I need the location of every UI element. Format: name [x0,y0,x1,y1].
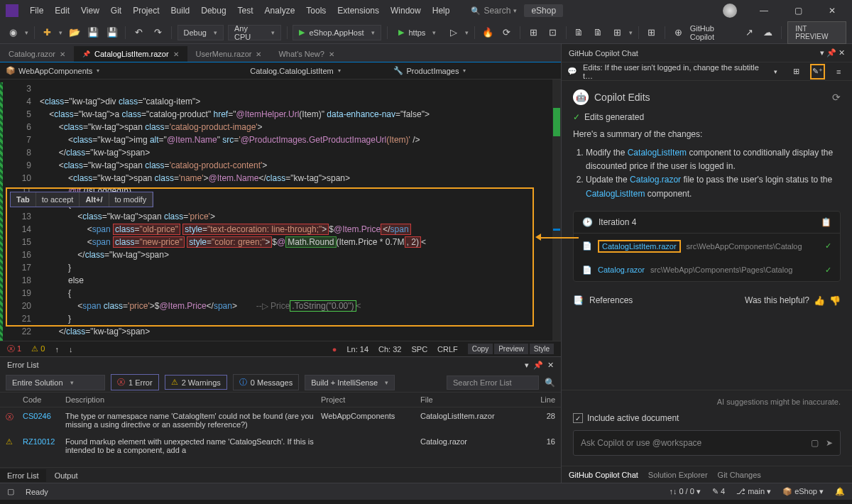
scope-dropdown[interactable]: Entire Solution [6,375,105,390]
breadcrumb-member[interactable]: 🔧 ProductImages [393,66,466,75]
code-editor[interactable]: 345678910111213141516171819202122232425 … [0,80,561,341]
comment-button[interactable]: ⊡ [545,25,560,40]
menu-edit[interactable]: Edit [49,3,75,18]
menu-project[interactable]: Project [127,3,165,18]
maximize-button[interactable]: ▢ [784,2,812,19]
close-icon[interactable]: ✕ [329,50,334,58]
style-button[interactable]: Style [530,344,554,354]
menu-git[interactable]: Git [105,3,127,18]
send-icon[interactable]: ➤ [826,438,833,448]
panel-close-icon[interactable]: ✕ [547,361,554,370]
error-search-input[interactable]: Search Error List [447,376,539,390]
list-icon[interactable]: ≡ [831,64,846,80]
undo-button[interactable]: ↶ [131,25,146,40]
startup-dropdown[interactable]: ▶eShop.AppHost [293,25,381,40]
include-document-checkbox[interactable]: ✓Include active document [573,413,841,423]
share-button[interactable]: ↗ [742,25,757,40]
panel-pin-icon[interactable]: 📌 [533,361,543,370]
menu-analyze[interactable]: Analyze [259,3,301,18]
bottom-tab-output[interactable]: Output [48,469,85,482]
nav-up-icon[interactable]: ↑ [55,345,59,354]
copilot-label[interactable]: GitHub Copilot [690,24,738,41]
save-button[interactable]: 💾 [86,25,101,40]
side-tab-solution-explorer[interactable]: Solution Explorer [648,471,708,479]
close-icon[interactable]: ✕ [173,50,179,58]
tab-what-s-new-[interactable]: What's New?✕ [270,46,342,62]
format-button[interactable]: ⊞ [526,25,541,40]
file-button[interactable]: 🗎 [572,25,587,40]
menu-test[interactable]: Test [232,3,259,18]
grid-button[interactable]: ⊞ [610,25,625,40]
nav-down-icon[interactable]: ↓ [69,345,73,354]
user-avatar[interactable] [723,4,737,18]
browser-refresh-button[interactable]: ⟳ [500,25,515,40]
references-icon[interactable]: 📑 [573,295,584,305]
tab-cataloglistitem-razor[interactable]: 📌CatalogListItem.razor✕ [74,46,187,62]
new-item-button[interactable]: ✚ [40,25,55,40]
tab-usermenu-razor[interactable]: UserMenu.razor✕ [187,46,271,62]
config-dropdown[interactable]: Debug [178,25,224,40]
breadcrumb-project[interactable]: 📦 WebAppComponents [6,66,99,75]
thumbs-up-icon[interactable]: 👍 [814,295,825,306]
copilot-prompt-input[interactable]: Ask Copilot or use @workspace ▢ ➤ [573,430,841,456]
tab-catalog-razor[interactable]: Catalog.razor✕ [0,46,74,62]
hot-reload-button[interactable]: 🔥 [481,25,496,40]
error-row[interactable]: ⚠RZ10012Found markup element with unexpe… [0,433,561,459]
save-all-button[interactable]: 💾 [105,25,120,40]
error-count-icon[interactable]: ⓧ 1 [7,344,21,354]
copilot-edits-toggle-icon[interactable]: ✎⁺ [810,64,826,80]
iteration-file[interactable]: 📄Catalog.razor src\WebApp\Components\Pag… [574,259,840,281]
menu-window[interactable]: Window [385,3,427,18]
platform-dropdown[interactable]: Any CPU [228,25,281,40]
preview-button[interactable]: Preview [494,344,528,354]
error-row[interactable]: ⓧCS0246The type or namespace name 'Catal… [0,407,561,433]
errors-filter[interactable]: ⓧ1 Error [111,374,159,390]
debug-target-button[interactable]: ▷ [446,25,461,40]
inline-suggestion-hint[interactable]: Tab to accept Alt+/ to modify [10,192,153,207]
thumbs-down-icon[interactable]: 👎 [829,295,841,306]
menu-file[interactable]: File [24,3,49,18]
feedback-button[interactable]: ☁ [761,25,776,40]
bottom-tab-error-list[interactable]: Error List [0,469,46,482]
close-icon[interactable]: ✕ [256,50,261,58]
copy-button[interactable]: Copy [468,344,493,354]
panel-close-icon[interactable]: ✕ [839,48,845,57]
menu-extensions[interactable]: Extensions [332,3,385,18]
iteration-file[interactable]: 📄CatalogListItem.razor src\WebAppCompone… [574,234,840,259]
menu-view[interactable]: View [75,3,105,18]
minimap[interactable] [552,80,561,341]
layout-button[interactable]: ⊞ [644,25,659,40]
menu-debug[interactable]: Debug [195,3,231,18]
output-icon[interactable]: ▢ [7,487,14,496]
search-icon[interactable]: 🔍 [545,378,555,388]
nav-status[interactable]: ↑↓ 0 / 0 ▾ [669,487,701,496]
changes-status[interactable]: ✎ 4 [712,487,725,496]
copy-icon[interactable]: 📋 [821,217,831,227]
launch-dropdown[interactable]: ▶https [393,25,442,40]
file2-button[interactable]: 🗎 [591,25,606,40]
warnings-filter[interactable]: ⚠2 Warnings [165,375,227,390]
new-thread-icon[interactable]: ⊞ [789,64,804,80]
close-icon[interactable]: ✕ [60,50,65,58]
panel-menu-icon[interactable]: ▾ [820,48,824,57]
messages-filter[interactable]: ⓘ0 Messages [233,374,299,390]
panel-pin-icon[interactable]: 📌 [826,48,836,57]
close-button[interactable]: ✕ [818,2,846,19]
warning-count-icon[interactable]: ⚠ 0 [31,344,45,354]
back-button[interactable]: ◉ [6,25,21,40]
search-box[interactable]: Search ▾ [471,6,517,16]
menu-tools[interactable]: Tools [300,3,332,18]
branch-status[interactable]: ⎇ main ▾ [736,487,771,496]
minimize-button[interactable]: — [750,2,778,19]
open-button[interactable]: 📂 [67,25,82,40]
panel-dropdown-icon[interactable]: ▾ [525,361,529,370]
copilot-icon[interactable]: ⊕ [671,25,686,40]
side-tab-github-copilot-chat[interactable]: GitHub Copilot Chat [569,471,638,479]
repo-status[interactable]: 📦 eShop ▾ [782,487,824,496]
menu-build[interactable]: Build [165,3,196,18]
redo-button[interactable]: ↷ [151,25,165,40]
context-icon[interactable]: ▢ [811,438,819,448]
menu-help[interactable]: Help [427,3,456,18]
notifications-icon[interactable]: 🔔 [835,487,845,496]
breadcrumb-class[interactable]: Catalog.CatalogListItem [250,67,340,75]
